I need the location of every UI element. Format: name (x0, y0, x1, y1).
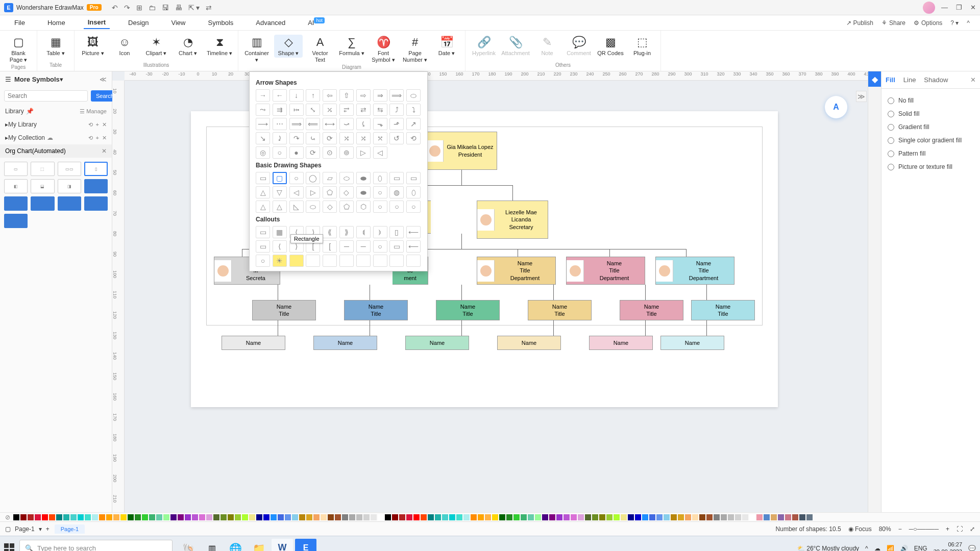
shape-option[interactable]: ⤵ (406, 104, 421, 116)
org-node[interactable]: NameTitle (252, 300, 316, 320)
tab-shadow[interactable]: Shadow (924, 76, 948, 84)
color-swatch[interactable] (13, 514, 19, 520)
ribbon-iconbutton[interactable]: ☺Icon (110, 35, 139, 58)
fill-option[interactable]: Gradient fill (888, 120, 974, 134)
shape-option[interactable]: ⤴ (389, 104, 404, 116)
edge-icon[interactable]: 🌐 (225, 539, 246, 552)
org-node-dept[interactable]: NameTitleDepartment (477, 257, 556, 285)
open-icon[interactable]: 🗀 (149, 4, 156, 12)
undo-icon[interactable]: ↶ (112, 4, 118, 12)
shape-option[interactable]: ⟹ (389, 89, 404, 102)
fill-option[interactable]: Picture or texture fill (888, 160, 974, 173)
canvas-viewport[interactable]: Gia Mikaela LopezPresident apayodent Lie… (125, 81, 868, 512)
shape-option[interactable]: ⟪ (323, 226, 337, 238)
color-swatch[interactable] (442, 514, 448, 520)
publish-button[interactable]: ↗ Publish (846, 19, 873, 27)
menu-advanced[interactable]: Advanced (252, 17, 289, 29)
shape-option[interactable]: ▱ (323, 172, 337, 184)
color-swatch[interactable] (321, 514, 327, 520)
color-swatch[interactable] (578, 514, 584, 520)
color-swatch[interactable] (392, 514, 398, 520)
shape-option[interactable]: ⇒ (373, 89, 387, 102)
color-swatch[interactable] (342, 514, 348, 520)
color-swatch[interactable] (135, 514, 141, 520)
color-swatch[interactable] (456, 514, 462, 520)
org-node[interactable]: NameTitle (344, 300, 408, 320)
shape-option[interactable]: ◇ (339, 186, 354, 198)
color-swatch[interactable] (28, 514, 34, 520)
shape-thumb[interactable] (4, 196, 28, 211)
add-icon[interactable]: + (96, 121, 99, 128)
ribbon-clipart-button[interactable]: ✶Clipart ▾ (142, 35, 170, 58)
shape-option[interactable]: [ (323, 240, 337, 253)
color-swatch[interactable] (792, 514, 798, 520)
fullscreen-icon[interactable]: ⤢ (970, 525, 975, 533)
my-collection-label[interactable]: My Collection (8, 134, 45, 141)
color-swatch[interactable] (549, 514, 555, 520)
shape-option[interactable]: ◁ (373, 146, 387, 159)
page-tab[interactable]: Page-1 (55, 524, 85, 534)
shape-option[interactable]: ⊙ (323, 146, 337, 159)
shape-option[interactable]: ◁ (289, 186, 304, 198)
volume-icon[interactable]: 🔊 (900, 545, 908, 552)
fill-option[interactable]: Pattern fill (888, 147, 974, 160)
page-select[interactable]: Page-1 (15, 525, 35, 533)
shape-option[interactable]: ⟬ (356, 226, 371, 238)
shape-option[interactable]: ⟲ (406, 132, 421, 144)
help-icon[interactable]: ? ▾ (950, 19, 959, 27)
color-swatch[interactable] (256, 514, 262, 520)
shape-option[interactable]: ▭ (389, 240, 404, 253)
ribbon-date-button[interactable]: 📅Date ▾ (432, 35, 461, 58)
shape-option[interactable]: ⤰ (323, 104, 337, 116)
shape-option[interactable] (339, 255, 354, 267)
color-swatch[interactable] (485, 514, 491, 520)
shape-option[interactable]: ⟭ (373, 226, 387, 238)
color-swatch[interactable] (592, 514, 598, 520)
shape-option[interactable]: ⟸ (306, 118, 320, 130)
color-swatch[interactable] (621, 514, 627, 520)
ribbon-table-button[interactable]: ▦Table ▾ (41, 35, 70, 58)
shape-option[interactable]: ↷ (289, 132, 304, 144)
color-swatch[interactable] (35, 514, 41, 520)
shape-option[interactable]: ◯ (306, 172, 320, 184)
add-icon[interactable]: + (96, 135, 99, 141)
color-swatch[interactable] (521, 514, 527, 520)
color-swatch[interactable] (463, 514, 470, 520)
color-swatch[interactable] (285, 514, 291, 520)
shape-thumb[interactable] (31, 196, 54, 211)
menu-file[interactable]: File (10, 17, 29, 29)
taskbar-app[interactable]: 🐚 (178, 539, 199, 552)
shape-option[interactable]: ─ (339, 240, 354, 253)
shape-option[interactable] (356, 255, 371, 267)
clock[interactable]: 06:27 30-09-2023 (934, 541, 962, 551)
shape-option[interactable] (323, 255, 337, 267)
options-button[interactable]: ⚙ Options (914, 19, 942, 27)
color-swatch[interactable] (192, 514, 198, 520)
library-label[interactable]: Library (5, 108, 24, 115)
ribbon-shape-button[interactable]: ◇Shape ▾ (274, 35, 303, 58)
weather-widget[interactable]: ⛅ 26°C Mostly cloudy (797, 545, 859, 552)
color-swatch[interactable] (335, 514, 341, 520)
collapse-left-icon[interactable]: ≪ (100, 76, 107, 83)
org-node[interactable]: Name (660, 336, 724, 350)
shape-option[interactable]: ◺ (289, 201, 304, 213)
shape-option[interactable]: ⬬ (356, 186, 371, 198)
shape-option[interactable]: ↘ (256, 132, 270, 144)
shape-option[interactable]: ○ (406, 201, 421, 213)
shape-option[interactable]: ⟵ (406, 240, 421, 253)
color-swatch[interactable] (421, 514, 427, 520)
shape-option[interactable]: ⋯ (273, 118, 287, 130)
color-swatch[interactable] (106, 514, 112, 520)
shape-option[interactable]: ⟶ (256, 118, 270, 130)
onedrive-icon[interactable]: ☁ (874, 545, 880, 552)
org-node[interactable]: NameTitle (436, 300, 500, 320)
shape-thumb[interactable] (58, 196, 81, 211)
ribbon-formula-button[interactable]: ∑Formula ▾ (337, 35, 366, 58)
org-node-president[interactable]: Gia Mikaela LopezPresident (426, 132, 497, 170)
shape-option[interactable]: ⟳ (306, 146, 320, 159)
shape-thumb[interactable] (84, 179, 108, 193)
shape-option[interactable]: ⬎ (373, 118, 387, 130)
color-swatch[interactable] (406, 514, 412, 520)
org-node[interactable]: Name (222, 336, 285, 350)
expand-right-icon[interactable]: ≫ (856, 91, 867, 102)
